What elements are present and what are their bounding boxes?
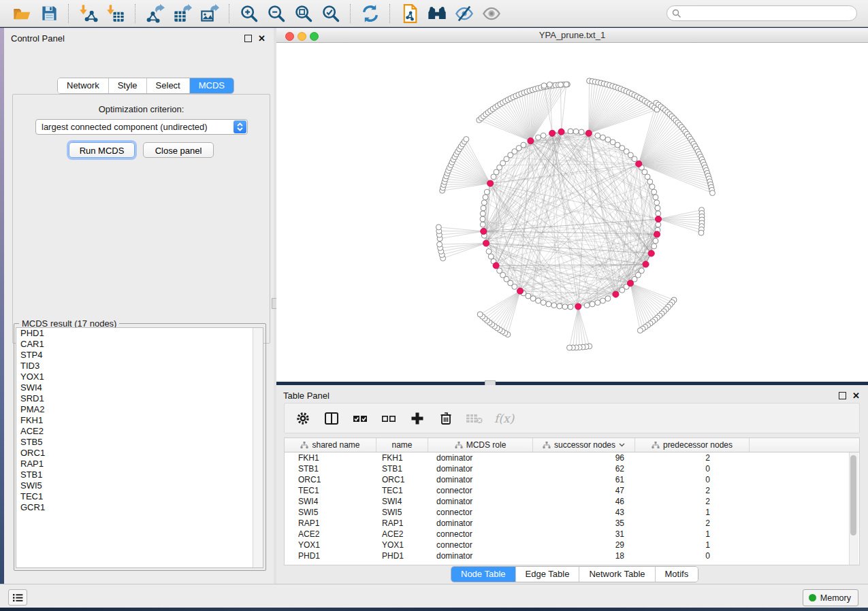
mcds-result-item[interactable]: FKH1 [16, 415, 263, 426]
zoom-selected-icon[interactable] [321, 3, 341, 24]
network-node[interactable] [590, 301, 595, 307]
close-panel-button[interactable]: Close panel [143, 142, 214, 158]
network-node[interactable] [536, 135, 541, 140]
tab-mcds[interactable]: MCDS [190, 78, 234, 93]
network-node[interactable] [536, 298, 541, 303]
network-leaf-node[interactable] [547, 82, 552, 87]
tab-node-table[interactable]: Node Table [451, 567, 516, 582]
toggle-panel-icon[interactable] [323, 410, 340, 427]
network-node[interactable] [568, 304, 573, 310]
column-header-shared-name[interactable]: shared name [285, 438, 376, 452]
network-canvas[interactable] [276, 43, 868, 382]
network-node[interactable] [541, 133, 546, 138]
table-row[interactable]: PHD1PHD1dominator180 [285, 550, 859, 561]
network-node[interactable] [656, 211, 661, 216]
network-node[interactable] [557, 303, 562, 309]
tab-edge-table[interactable]: Edge Table [516, 567, 580, 582]
mcds-result-item[interactable]: TID3 [16, 361, 263, 371]
close-panel-icon[interactable]: ✕ [852, 392, 860, 399]
memory-button[interactable]: Memory [803, 589, 858, 606]
network-node[interactable] [656, 222, 661, 227]
table-row[interactable]: ORC1ORC1dominator610 [285, 474, 859, 485]
column-header-predecessor-nodes[interactable]: predecessor nodes [635, 438, 750, 452]
network-node[interactable] [546, 301, 551, 307]
select-all-icon[interactable] [351, 410, 369, 427]
mcds-hub-node[interactable] [517, 288, 523, 294]
mcds-result-item[interactable]: ORC1 [16, 448, 263, 459]
network-node[interactable] [595, 300, 600, 306]
mcds-hub-node[interactable] [558, 129, 564, 135]
table-row[interactable]: FKH1FKH1dominator962 [285, 452, 859, 463]
network-node[interactable] [484, 189, 489, 195]
network-node[interactable] [497, 268, 502, 274]
mcds-result-item[interactable]: SRD1 [16, 393, 263, 404]
new-network-from-selection-icon[interactable] [400, 3, 420, 24]
open-network-icon[interactable] [12, 3, 32, 24]
mcds-result-item[interactable]: RAP1 [16, 459, 263, 469]
create-column-icon[interactable] [408, 410, 426, 427]
network-node[interactable] [488, 254, 494, 259]
mcds-hub-node[interactable] [528, 137, 534, 144]
mcds-result-item[interactable]: GCR1 [16, 502, 263, 513]
export-network-icon[interactable] [145, 3, 165, 24]
network-node[interactable] [647, 179, 653, 184]
network-node[interactable] [653, 238, 658, 244]
network-node[interactable] [654, 200, 660, 205]
function-builder-icon[interactable]: f(x) [494, 412, 514, 425]
table-scrollbar-thumb[interactable] [850, 455, 856, 535]
network-node[interactable] [481, 200, 487, 205]
network-leaf-node[interactable] [558, 82, 563, 88]
zoom-fit-icon[interactable] [293, 3, 314, 24]
float-window-icon[interactable] [839, 392, 846, 399]
mcds-result-item[interactable]: STB1 [16, 469, 263, 480]
delete-table-icon[interactable] [466, 410, 483, 427]
mcds-hub-node[interactable] [613, 291, 619, 297]
mcds-result-item[interactable]: SWI5 [16, 480, 263, 491]
network-node[interactable] [481, 205, 486, 211]
table-row[interactable]: TEC1TEC1connector472 [285, 485, 859, 496]
deselect-all-icon[interactable] [380, 410, 398, 427]
network-node[interactable] [652, 189, 657, 195]
network-leaf-node[interactable] [698, 230, 704, 235]
mcds-result-item[interactable]: YOX1 [16, 371, 263, 382]
tab-motifs[interactable]: Motifs [656, 567, 698, 582]
run-mcds-button[interactable]: Run MCDS [69, 142, 135, 158]
show-graphics-icon[interactable] [481, 3, 502, 24]
network-node[interactable] [649, 184, 655, 190]
mcds-result-list[interactable]: PHD1CAR1STP4TID3YOX1SWI4SRD1PMA2FKH1ACE2… [16, 327, 263, 568]
mcds-hub-node[interactable] [654, 231, 660, 237]
import-network-icon[interactable] [78, 3, 99, 24]
search-box[interactable] [666, 5, 857, 21]
mcds-hub-node[interactable] [549, 130, 556, 136]
network-leaf-node[interactable] [566, 345, 572, 350]
table-settings-icon[interactable] [294, 410, 312, 427]
network-node[interactable] [551, 303, 557, 308]
network-node[interactable] [655, 205, 660, 211]
network-node[interactable] [579, 129, 584, 135]
network-leaf-node[interactable] [437, 242, 443, 247]
network-node[interactable] [595, 133, 600, 138]
mcds-hub-node[interactable] [585, 130, 592, 136]
mcds-hub-node[interactable] [655, 216, 661, 222]
mcds-result-item[interactable]: STB5 [16, 437, 263, 448]
mcds-result-item[interactable]: TEC1 [16, 491, 263, 502]
network-titlebar[interactable]: YPA_prune.txt_1 [276, 28, 868, 43]
mcds-result-item[interactable]: CAR1 [16, 339, 263, 350]
network-leaf-node[interactable] [637, 328, 643, 333]
table-row[interactable]: SWI5SWI5connector431 [285, 507, 859, 518]
mcds-hub-node[interactable] [643, 261, 649, 267]
float-window-icon[interactable] [244, 35, 252, 42]
network-node[interactable] [645, 174, 650, 180]
mcds-hub-node[interactable] [493, 263, 499, 269]
network-node[interactable] [605, 296, 611, 301]
network-node[interactable] [480, 216, 485, 222]
network-node[interactable] [483, 195, 488, 200]
network-leaf-node[interactable] [709, 191, 715, 196]
network-node[interactable] [562, 304, 568, 310]
table-row[interactable]: STB1STB1dominator620 [285, 463, 859, 474]
zoom-out-icon[interactable] [266, 3, 287, 24]
mcds-list-scrollbar[interactable] [253, 328, 263, 567]
table-row[interactable]: RAP1RAP1dominator352 [285, 518, 859, 529]
mcds-hub-node[interactable] [483, 240, 489, 246]
mcds-hub-node[interactable] [636, 161, 642, 167]
